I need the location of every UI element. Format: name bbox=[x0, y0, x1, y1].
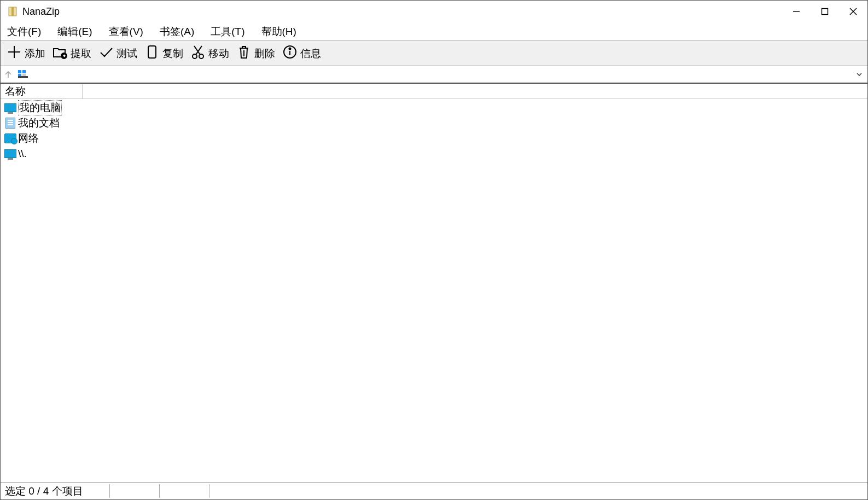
trash-icon bbox=[236, 44, 252, 63]
add-button[interactable]: 添加 bbox=[3, 41, 49, 66]
test-button[interactable]: 测试 bbox=[95, 41, 141, 66]
menu-tools[interactable]: 工具(T) bbox=[207, 24, 248, 40]
plus-icon bbox=[6, 44, 22, 63]
info-button[interactable]: 信息 bbox=[278, 41, 324, 66]
item-label: 我的文档 bbox=[18, 116, 60, 130]
scissors-icon bbox=[190, 44, 206, 63]
toolbar: 添加 提取 测试 复制 移动 删除 信息 bbox=[1, 41, 867, 66]
status-bar: 选定 0 / 4 个项目 bbox=[1, 482, 867, 499]
file-list[interactable]: 我的电脑我的文档网络\\. bbox=[1, 99, 867, 482]
net-icon bbox=[4, 132, 17, 144]
info-icon bbox=[282, 44, 298, 63]
add-label: 添加 bbox=[25, 46, 45, 61]
check-icon bbox=[98, 44, 114, 63]
address-box[interactable] bbox=[18, 67, 851, 82]
copy-label: 复制 bbox=[162, 46, 183, 61]
maximize-button[interactable] bbox=[811, 1, 839, 22]
address-bar bbox=[1, 66, 867, 84]
copy-button[interactable]: 复制 bbox=[141, 41, 187, 66]
menu-file[interactable]: 文件(F) bbox=[4, 24, 44, 40]
column-header: 名称 bbox=[1, 84, 867, 99]
list-item[interactable]: 我的电脑 bbox=[4, 100, 864, 115]
list-item[interactable]: \\. bbox=[4, 146, 864, 161]
menu-bookmark[interactable]: 书签(A) bbox=[156, 24, 197, 40]
svg-rect-9 bbox=[148, 46, 156, 58]
app-window: NanaZip 文件(F) 编辑(E) 查看(V) 书签(A) 工具(T) 帮助… bbox=[0, 0, 868, 500]
delete-button[interactable]: 删除 bbox=[232, 41, 278, 66]
monitor-icon bbox=[4, 102, 17, 114]
move-label: 移动 bbox=[208, 46, 229, 61]
column-name[interactable]: 名称 bbox=[1, 84, 83, 98]
svg-rect-3 bbox=[822, 9, 828, 15]
up-button[interactable] bbox=[2, 70, 15, 79]
item-label: 网络 bbox=[18, 131, 39, 146]
minimize-button[interactable] bbox=[782, 1, 811, 22]
app-title: NanaZip bbox=[22, 6, 60, 18]
address-dropdown[interactable] bbox=[851, 71, 867, 78]
copy-icon bbox=[144, 44, 160, 63]
delete-label: 删除 bbox=[254, 46, 275, 61]
computer-icon bbox=[18, 70, 31, 79]
test-label: 测试 bbox=[116, 46, 137, 61]
item-label: 我的电脑 bbox=[18, 100, 62, 115]
list-item[interactable]: 我的文档 bbox=[4, 115, 864, 131]
svg-point-17 bbox=[289, 48, 291, 50]
extract-button[interactable]: 提取 bbox=[49, 41, 95, 66]
item-label: \\. bbox=[18, 148, 27, 160]
doc-icon bbox=[4, 117, 17, 129]
title-bar[interactable]: NanaZip bbox=[1, 1, 867, 22]
menu-bar: 文件(F) 编辑(E) 查看(V) 书签(A) 工具(T) 帮助(H) bbox=[1, 22, 867, 41]
app-icon bbox=[7, 6, 18, 17]
svg-rect-1 bbox=[11, 7, 14, 16]
status-selection: 选定 0 / 4 个项目 bbox=[1, 482, 88, 499]
list-item[interactable]: 网络 bbox=[4, 131, 864, 146]
info-label: 信息 bbox=[300, 46, 321, 61]
monitor2-icon bbox=[4, 148, 17, 160]
extract-label: 提取 bbox=[71, 46, 91, 61]
folder-arrow-icon bbox=[52, 44, 68, 63]
close-button[interactable] bbox=[839, 1, 867, 22]
menu-view[interactable]: 查看(V) bbox=[106, 24, 147, 40]
move-button[interactable]: 移动 bbox=[187, 41, 232, 66]
menu-edit[interactable]: 编辑(E) bbox=[54, 24, 95, 40]
menu-help[interactable]: 帮助(H) bbox=[258, 24, 300, 40]
